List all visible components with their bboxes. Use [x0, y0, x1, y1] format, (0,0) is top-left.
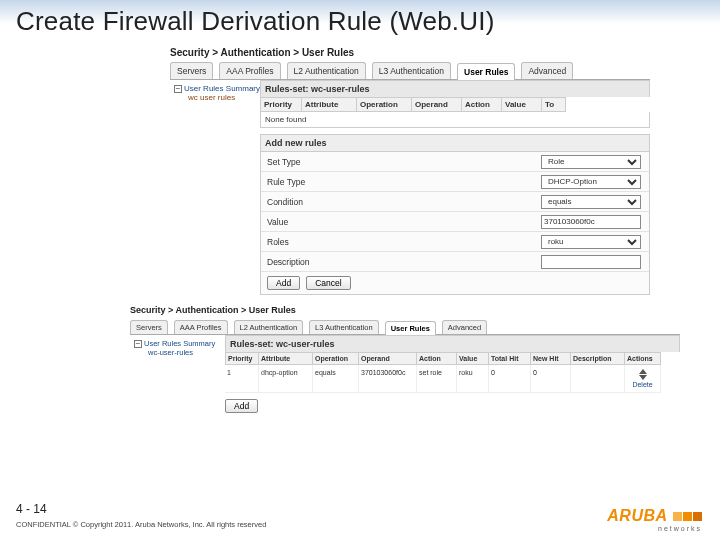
tab2-user-rules[interactable]: User Rules	[385, 321, 436, 335]
row-totalhit: 0	[489, 365, 531, 393]
none-found: None found	[260, 112, 650, 128]
nav-tree-2: −User Rules Summary wc-user-rules	[130, 335, 225, 419]
content-area: Rules-set: wc-user-rules Priority Attrib…	[260, 80, 650, 295]
row-value: roku	[457, 365, 489, 393]
tab2-advanced[interactable]: Advanced	[442, 320, 487, 334]
rules-columns: Priority Attribute Operation Operand Act…	[260, 97, 650, 112]
label-condition: Condition	[261, 197, 361, 207]
tab-l3-auth[interactable]: L3 Authentication	[372, 62, 451, 79]
brand-name: ARUBA	[607, 507, 667, 524]
label-set-type: Set Type	[261, 157, 361, 167]
add-rule-form: Set Type Role Rule Type DHCP-Option Cond…	[260, 152, 650, 295]
col2-actions: Actions	[625, 352, 661, 365]
select-condition[interactable]: equals	[541, 195, 641, 209]
tab-user-rules[interactable]: User Rules	[457, 63, 515, 80]
col2-totalhit: Total Hit	[489, 352, 531, 365]
col2-newhit: New Hit	[531, 352, 571, 365]
col2-operation: Operation	[313, 352, 359, 365]
page-number: 4 - 14	[16, 502, 704, 516]
footer: 4 - 14 CONFIDENTIAL © Copyright 2011. Ar…	[0, 498, 720, 540]
tree-root[interactable]: User Rules Summary	[184, 84, 260, 93]
row-operand: 370103060f0c	[359, 365, 417, 393]
row-operation: equals	[313, 365, 359, 393]
delete-link[interactable]: Delete	[632, 381, 652, 388]
nav-tree: −User Rules Summary wc user rules	[170, 80, 260, 295]
move-up-icon[interactable]	[639, 369, 647, 374]
panel-bottom: Security > Authentication > User Rules S…	[130, 303, 680, 419]
col2-value: Value	[457, 352, 489, 365]
add-button[interactable]: Add	[267, 276, 300, 290]
label-roles: Roles	[261, 237, 361, 247]
rules-set-header-2: Rules-set: wc-user-rules	[225, 335, 680, 352]
tree-collapse-icon[interactable]: −	[174, 85, 182, 93]
select-set-type[interactable]: Role	[541, 155, 641, 169]
row-description	[571, 365, 625, 393]
col-value: Value	[502, 97, 542, 112]
tab2-l2-auth[interactable]: L2 Authentication	[234, 320, 304, 334]
row-newhit: 0	[531, 365, 571, 393]
rules-columns-2: Priority Attribute Operation Operand Act…	[225, 352, 680, 393]
label-rule-type: Rule Type	[261, 177, 361, 187]
tab-aaa-profiles[interactable]: AAA Profiles	[219, 62, 280, 79]
tree2-root[interactable]: User Rules Summary	[144, 339, 215, 348]
tab2-aaa-profiles[interactable]: AAA Profiles	[174, 320, 228, 334]
row-priority: 1	[225, 365, 259, 393]
col-to: To	[542, 97, 566, 112]
confidential-text: CONFIDENTIAL © Copyright 2011. Aruba Net…	[16, 520, 704, 529]
col2-attribute: Attribute	[259, 352, 313, 365]
col-operation: Operation	[357, 97, 412, 112]
logo-box-icon	[683, 512, 692, 521]
tab2-servers[interactable]: Servers	[130, 320, 168, 334]
label-value: Value	[261, 217, 361, 227]
breadcrumb-2: Security > Authentication > User Rules	[130, 303, 680, 319]
row-action: set role	[417, 365, 457, 393]
col-attribute: Attribute	[302, 97, 357, 112]
brand-logo: ARUBA networks	[607, 507, 702, 532]
select-rule-type[interactable]: DHCP-Option	[541, 175, 641, 189]
rules-set-header: Rules-set: wc-user-rules	[260, 80, 650, 97]
col2-description: Description	[571, 352, 625, 365]
input-description[interactable]	[541, 255, 641, 269]
content-area-2: Rules-set: wc-user-rules Priority Attrib…	[225, 335, 680, 419]
tree2-collapse-icon[interactable]: −	[134, 340, 142, 348]
tree2-child[interactable]: wc-user-rules	[148, 348, 221, 357]
tab-bar-2: Servers AAA Profiles L2 Authentication L…	[130, 319, 680, 335]
logo-box-icon	[693, 512, 702, 521]
cancel-button[interactable]: Cancel	[306, 276, 350, 290]
tab-servers[interactable]: Servers	[170, 62, 213, 79]
breadcrumb: Security > Authentication > User Rules	[170, 45, 650, 62]
panel-top: Security > Authentication > User Rules S…	[170, 45, 650, 295]
row-attribute: dhcp-option	[259, 365, 313, 393]
logo-box-icon	[673, 512, 682, 521]
input-value[interactable]	[541, 215, 641, 229]
col2-action: Action	[417, 352, 457, 365]
add-button-2[interactable]: Add	[225, 399, 258, 413]
tab-bar: Servers AAA Profiles L2 Authentication L…	[170, 62, 650, 80]
col-priority: Priority	[260, 97, 302, 112]
select-roles[interactable]: roku	[541, 235, 641, 249]
tab2-l3-auth[interactable]: L3 Authentication	[309, 320, 379, 334]
tree-child[interactable]: wc user rules	[188, 93, 256, 102]
move-down-icon[interactable]	[639, 375, 647, 380]
col2-priority: Priority	[225, 352, 259, 365]
add-rules-header: Add new rules	[260, 134, 650, 152]
col2-operand: Operand	[359, 352, 417, 365]
brand-sub: networks	[607, 525, 702, 532]
col-action: Action	[462, 97, 502, 112]
slide-title: Create Firewall Derivation Rule (Web.UI)	[0, 0, 720, 45]
tab-advanced[interactable]: Advanced	[521, 62, 573, 79]
tab-l2-auth[interactable]: L2 Authentication	[287, 62, 366, 79]
label-description: Description	[261, 257, 361, 267]
col-operand: Operand	[412, 97, 462, 112]
row-actions: Delete	[625, 365, 661, 393]
